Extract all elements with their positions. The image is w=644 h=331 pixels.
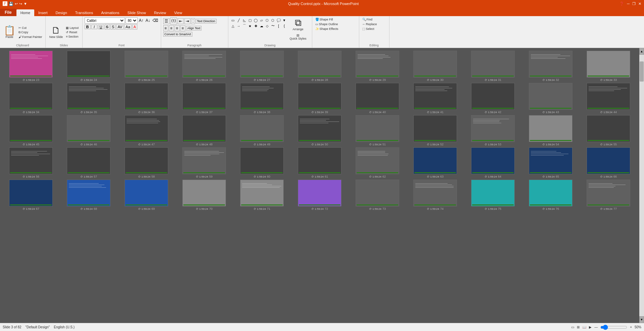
zoom-in-button[interactable]: + [630, 325, 632, 329]
new-slide-button[interactable]: 🗋 New Slide [48, 25, 64, 39]
slide-thumb-75[interactable]: ⏱ 1:59:2475 [465, 180, 521, 210]
restore-button[interactable]: ❐ [632, 2, 636, 6]
slide-thumb-34[interactable]: ⏱ 1:59:2434 [3, 83, 59, 114]
slide-thumb-56[interactable]: ⏱ 1:59:2456 [3, 147, 59, 178]
layout-button[interactable]: ▦ Layout [65, 26, 80, 30]
slide-thumb-44[interactable]: ⏱ 1:59:2444 [580, 83, 637, 114]
slide-thumb-71[interactable]: ⏱ 1:59:2471 [234, 180, 290, 210]
quick-styles-button[interactable]: ▤ Quick Styles [288, 33, 308, 41]
more-shapes-button[interactable]: ▼ [282, 17, 287, 23]
scroll-up-button[interactable]: ▲ [639, 48, 644, 55]
slide-grid[interactable]: ⏱ 1:59:2423⏱ 1:59:2424⏱ 1:59:2425⏱ 1:59:… [0, 48, 639, 323]
decrease-indent-button[interactable]: ⇤ [178, 18, 184, 24]
font-size-select[interactable]: 80 [126, 17, 138, 23]
slide-thumb-24[interactable]: ⏱ 1:59:2424 [60, 51, 117, 82]
flowchart-shape[interactable]: ◇ [265, 23, 270, 29]
tab-transitions[interactable]: Transitions [71, 9, 97, 16]
align-text-button[interactable]: Align Text [186, 26, 202, 31]
slide-thumb-43[interactable]: ⏱ 1:59:2443 [522, 83, 579, 114]
triangle-shape[interactable]: △ [230, 23, 236, 29]
zoom-out-button[interactable]: — [594, 325, 598, 329]
slide-thumb-63[interactable]: ⏱ 1:59:2463 [407, 147, 463, 178]
slide-thumb-67[interactable]: ⏱ 1:59:2467 [3, 180, 59, 210]
curved-shape[interactable]: ⌒ [242, 23, 247, 29]
replace-button[interactable]: ↔ Replace [361, 22, 378, 26]
tab-file[interactable]: File [0, 9, 16, 16]
text-direction-button[interactable]: Text Direction [196, 19, 217, 23]
increase-font-icon[interactable]: A↑ [138, 17, 144, 23]
parallelogram-shape[interactable]: ▱ [259, 17, 264, 23]
slide-thumb-23[interactable]: ⏱ 1:59:2423 [3, 51, 59, 82]
slide-thumb-38[interactable]: ⏱ 1:59:2438 [234, 83, 290, 114]
tab-animations[interactable]: Animations [97, 9, 123, 16]
tab-insert[interactable]: Insert [34, 9, 52, 16]
slide-thumb-54[interactable]: ⏱ 1:59:2454 [522, 115, 579, 146]
reset-button[interactable]: ↺ Reset [65, 30, 80, 34]
slide-thumb-72[interactable]: ⏱ 1:59:2472 [291, 180, 348, 210]
tab-view[interactable]: View [170, 9, 186, 16]
slide-thumb-36[interactable]: ⏱ 1:59:2436 [118, 83, 175, 114]
bullets-button[interactable]: ☰ [163, 18, 170, 24]
section-button[interactable]: ≡ Section [65, 35, 80, 39]
align-center-button[interactable]: ≡ [169, 25, 174, 31]
slide-thumb-61[interactable]: ⏱ 1:59:2461 [291, 147, 348, 178]
columns-button[interactable]: ⁚ [191, 18, 195, 24]
zoom-slider[interactable] [600, 325, 627, 330]
strikethrough-button[interactable]: S [105, 24, 110, 30]
minimize-button[interactable]: ─ [627, 2, 630, 6]
slide-thumb-52[interactable]: ⏱ 1:59:2452 [407, 115, 463, 146]
slide-thumb-73[interactable]: ⏱ 1:59:2473 [349, 180, 406, 210]
slide-thumb-58[interactable]: ⏱ 1:59:2458 [118, 147, 175, 178]
hexagon-shape[interactable]: ⬡ [270, 17, 276, 23]
format-painter-button[interactable]: 🖌 Format Painter [17, 35, 43, 39]
slide-thumb-66[interactable]: ⏱ 1:59:2466 [580, 147, 637, 178]
convert-smartart-button[interactable]: Convert to SmartArt [163, 32, 193, 37]
slide-thumb-31[interactable]: ⏱ 1:59:2431 [465, 51, 521, 82]
slide-thumb-65[interactable]: ⏱ 1:59:2465 [522, 147, 579, 178]
right-arrow-shape[interactable]: → [236, 23, 241, 29]
cut-button[interactable]: ✂ Cut [17, 26, 43, 30]
shape-fill-button[interactable]: 🪣 Shape Fill [314, 17, 339, 21]
slide-sorter-button[interactable]: ⊞ [577, 325, 580, 329]
slide-thumb-32[interactable]: ⏱ 1:59:2432 [522, 51, 579, 82]
bracket-shape[interactable]: [ [276, 23, 281, 29]
shape-effects-button[interactable]: ✨ Shape Effects [314, 27, 339, 31]
slide-thumb-39[interactable]: ⏱ 1:59:2439 [291, 83, 348, 114]
save-icon[interactable]: 💾 [9, 2, 13, 6]
callout-shape[interactable]: 💬 [276, 17, 281, 23]
pentagon-shape[interactable]: ⬠ [265, 17, 270, 23]
tab-slideshow[interactable]: Slide Show [124, 9, 150, 16]
bold-button[interactable]: B [85, 25, 91, 29]
slide-thumb-59[interactable]: ⏱ 1:59:2459 [176, 147, 232, 178]
slide-thumb-42[interactable]: ⏱ 1:59:2442 [465, 83, 521, 114]
increase-indent-button[interactable]: ⇥ [184, 18, 190, 24]
copy-button[interactable]: ⧉ Copy [17, 30, 43, 35]
shape-outline-button[interactable]: ▭ Shape Outline [314, 22, 339, 26]
star-shape[interactable]: ★ [247, 23, 253, 29]
brace-shape[interactable]: { [282, 23, 287, 29]
slide-thumb-46[interactable]: ⏱ 1:59:2446 [60, 115, 117, 146]
slide-thumb-49[interactable]: ⏱ 1:59:2449 [234, 115, 290, 146]
slide-thumb-33[interactable]: ⏱ 1:59:2433 [580, 51, 637, 82]
oval-shape[interactable]: ◯ [253, 17, 259, 23]
reading-view-button[interactable]: 📖 [582, 325, 586, 329]
slide-thumb-50[interactable]: ⏱ 1:59:2450 [291, 115, 348, 146]
underline-button[interactable]: U [98, 25, 104, 29]
normal-view-button[interactable]: ▭ [571, 325, 574, 329]
slide-thumb-26[interactable]: ⏱ 1:59:2426 [176, 51, 232, 82]
decrease-font-icon[interactable]: A↓ [145, 17, 151, 23]
select-button[interactable]: ⬚ Select [361, 27, 378, 31]
slide-thumb-25[interactable]: ⏱ 1:59:2425 [118, 51, 175, 82]
customize-icon[interactable]: ▼ [24, 2, 27, 6]
cloud-shape[interactable]: ☁ [259, 23, 264, 29]
char-spacing-button[interactable]: AV [116, 24, 124, 30]
cross-shape[interactable]: ✚ [253, 23, 259, 29]
slide-thumb-29[interactable]: ⏱ 1:59:2429 [349, 51, 406, 82]
justify-button[interactable]: ≡ [180, 25, 185, 31]
shadow-button[interactable]: S [110, 24, 116, 30]
tab-review[interactable]: Review [150, 9, 170, 16]
find-button[interactable]: 🔍 Find [361, 17, 378, 21]
rounded-rect-shape[interactable]: ▢ [247, 17, 253, 23]
tab-home[interactable]: Home [16, 9, 34, 16]
numbering-button[interactable]: ⑴ [170, 17, 177, 25]
